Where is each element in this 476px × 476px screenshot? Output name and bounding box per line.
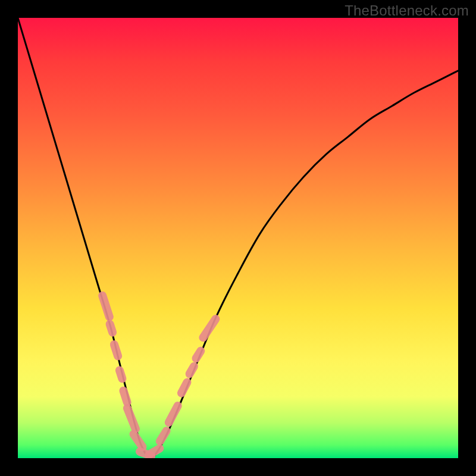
curve-marker (114, 365, 127, 384)
attribution-text: TheBottleneck.com (345, 2, 469, 19)
curve-markers (97, 290, 221, 458)
curve-marker (154, 425, 172, 447)
chart-svg (18, 18, 458, 458)
curve-marker (109, 339, 123, 361)
curve-marker (122, 403, 141, 434)
curve-marker (176, 377, 193, 399)
curve-marker (118, 386, 133, 408)
chart-stage: TheBottleneck.com (0, 0, 476, 476)
curve-marker (163, 400, 183, 428)
curve-marker (97, 290, 114, 322)
curve-marker (198, 313, 221, 343)
bottleneck-curve (18, 18, 458, 458)
chart-plot-area (18, 18, 458, 458)
curve-marker (105, 319, 118, 338)
curve-marker (190, 345, 206, 364)
